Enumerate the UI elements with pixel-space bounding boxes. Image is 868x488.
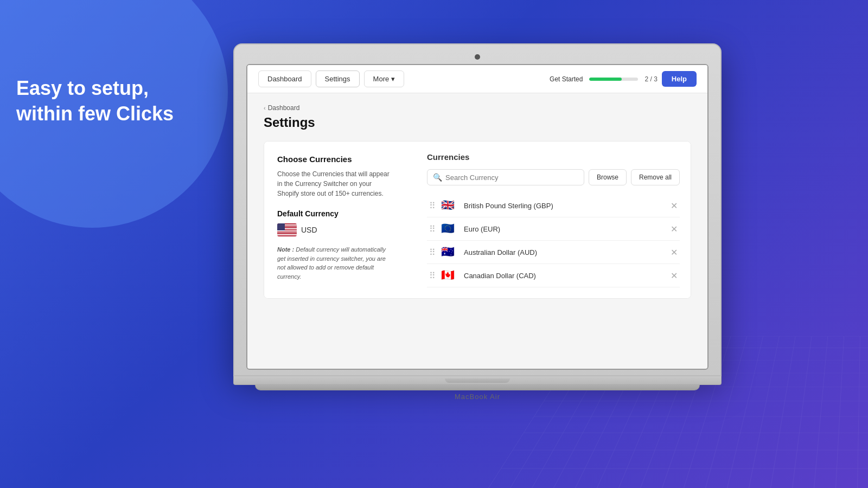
laptop-camera [475,54,480,60]
search-currency-input[interactable] [445,174,578,182]
remove-all-button[interactable]: Remove all [631,169,680,185]
choose-currencies-title: Choose Currencies [277,155,392,164]
chevron-down-icon: ▾ [391,75,395,83]
progress-bar [589,78,638,81]
laptop-screen: Dashboard Settings More ▾ Get Started 2 … [246,64,709,370]
laptop-base [233,376,722,385]
list-item: ⠿ 🇬🇧 British Pound Sterling (GBP) ✕ [427,194,680,217]
remove-currency-icon[interactable]: ✕ [671,224,678,234]
progress-area: Get Started 2 / 3 [550,75,658,83]
currency-flag: 🇦🇺 [441,246,458,258]
macbook-label: MacBook Air [233,393,722,401]
drag-handle-icon[interactable]: ⠿ [429,271,436,281]
default-currency-row: USD [277,223,392,236]
hero-line1: Easy to setup, [16,76,174,101]
note-bold: Note : [277,246,296,253]
currency-flag: 🇪🇺 [441,223,458,235]
drag-handle-icon[interactable]: ⠿ [429,201,436,211]
app-container: Dashboard Settings More ▾ Get Started 2 … [247,65,707,369]
currency-flag: 🇨🇦 [441,269,458,281]
remove-currency-icon[interactable]: ✕ [671,247,678,258]
page-content: ‹ Dashboard Settings Choose Currencies C… [247,93,707,310]
laptop-notch [445,378,510,383]
default-currency-code: USD [301,226,317,234]
breadcrumb-chevron-icon: ‹ [264,105,266,111]
progress-bar-fill [589,78,621,81]
left-panel: Choose Currencies Choose the Currencies … [264,142,405,298]
progress-count: 2 / 3 [644,75,657,83]
currency-name: Australian Dollar (AUD) [464,248,665,256]
right-panel: Currencies 🔍 Browse Remove all [416,142,691,298]
list-item: ⠿ 🇨🇦 Canadian Dollar (CAD) ✕ [427,264,680,287]
help-button[interactable]: Help [662,71,697,87]
currency-flag: 🇬🇧 [441,200,458,211]
drag-handle-icon[interactable]: ⠿ [429,224,436,234]
progress-label: Get Started [550,75,583,83]
settings-layout: Choose Currencies Choose the Currencies … [264,141,691,299]
currencies-title: Currencies [427,152,680,162]
remove-currency-icon[interactable]: ✕ [671,271,678,281]
list-item: ⠿ 🇪🇺 Euro (EUR) ✕ [427,217,680,241]
remove-currency-icon[interactable]: ✕ [671,201,678,211]
hero-line2: within few Clicks [16,101,174,127]
laptop-feet [255,385,700,390]
breadcrumb: ‹ Dashboard [264,104,691,112]
settings-nav-btn[interactable]: Settings [316,70,360,87]
more-nav-btn[interactable]: More ▾ [364,70,405,87]
drag-handle-icon[interactable]: ⠿ [429,247,436,258]
hero-text: Easy to setup, within few Clicks [16,76,174,127]
currency-name: Canadian Dollar (CAD) [464,272,665,280]
page-title: Settings [264,115,691,130]
breadcrumb-parent: Dashboard [268,104,300,112]
choose-currencies-desc: Choose the Currencies that will appear i… [277,169,392,198]
default-currency-label: Default Currency [277,209,392,218]
usd-flag-icon [277,223,297,236]
search-input-wrap[interactable]: 🔍 [427,169,584,185]
search-row: 🔍 Browse Remove all [427,169,680,185]
laptop-body: Dashboard Settings More ▾ Get Started 2 … [233,43,722,376]
laptop-mockup: Dashboard Settings More ▾ Get Started 2 … [233,43,722,401]
more-label: More [373,75,390,83]
top-nav: Dashboard Settings More ▾ Get Started 2 … [247,65,707,93]
search-icon: 🔍 [433,173,442,182]
dashboard-nav-btn[interactable]: Dashboard [258,70,311,87]
currency-list: ⠿ 🇬🇧 British Pound Sterling (GBP) ✕ ⠿ 🇪🇺… [427,194,680,287]
list-item: ⠿ 🇦🇺 Australian Dollar (AUD) ✕ [427,241,680,264]
note-text: Note : Default currency will automatical… [277,245,392,281]
browse-button[interactable]: Browse [589,169,627,185]
currency-name: Euro (EUR) [464,225,665,233]
currency-name: British Pound Sterling (GBP) [464,202,665,210]
